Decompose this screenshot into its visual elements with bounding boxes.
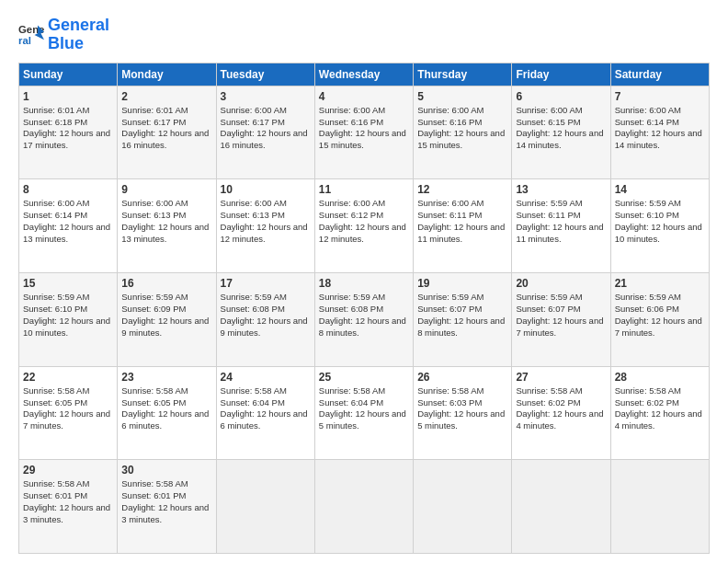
sunset-label: Sunset: 6:02 PM <box>615 397 679 408</box>
daylight-label: Daylight: 12 hours and 14 minutes. <box>615 128 702 150</box>
day-number: 4 <box>319 89 409 104</box>
calendar-cell <box>314 460 413 554</box>
daylight-label: Daylight: 12 hours and 8 minutes. <box>319 316 406 338</box>
calendar-cell: 15Sunrise: 5:59 AMSunset: 6:10 PMDayligh… <box>19 272 118 366</box>
sunrise-label: Sunrise: 5:59 AM <box>23 292 89 302</box>
calendar: SundayMondayTuesdayWednesdayThursdayFrid… <box>18 63 710 554</box>
day-header-wednesday: Wednesday <box>314 63 413 86</box>
daylight-label: Daylight: 12 hours and 13 minutes. <box>23 222 110 244</box>
sunset-label: Sunset: 6:01 PM <box>23 490 87 500</box>
sunrise-label: Sunrise: 5:59 AM <box>516 198 582 208</box>
daylight-label: Daylight: 12 hours and 6 minutes. <box>221 408 308 431</box>
sunrise-label: Sunrise: 6:00 AM <box>417 198 483 208</box>
calendar-cell: 28Sunrise: 5:58 AMSunset: 6:02 PMDayligh… <box>610 366 709 460</box>
calendar-cell: 30Sunrise: 5:58 AMSunset: 6:01 PMDayligh… <box>118 460 216 554</box>
sunset-label: Sunset: 6:05 PM <box>23 397 87 408</box>
sunrise-label: Sunrise: 6:00 AM <box>417 105 483 115</box>
sunset-label: Sunset: 6:09 PM <box>121 304 186 314</box>
logo-icon: Gene ral <box>18 22 44 48</box>
svg-text:ral: ral <box>18 34 31 45</box>
calendar-cell: 4Sunrise: 6:00 AMSunset: 6:16 PMDaylight… <box>314 86 413 179</box>
day-number: 11 <box>319 182 409 197</box>
daylight-label: Daylight: 12 hours and 7 minutes. <box>615 316 702 338</box>
daylight-label: Daylight: 12 hours and 3 minutes. <box>23 502 110 524</box>
sunrise-label: Sunrise: 6:00 AM <box>121 198 188 208</box>
sunrise-label: Sunrise: 5:59 AM <box>221 292 287 302</box>
sunrise-label: Sunrise: 5:59 AM <box>615 198 681 208</box>
sunrise-label: Sunrise: 5:59 AM <box>615 292 681 302</box>
calendar-cell <box>414 460 512 554</box>
calendar-cell: 3Sunrise: 6:00 AMSunset: 6:17 PMDaylight… <box>216 86 314 179</box>
sunrise-label: Sunrise: 6:00 AM <box>615 105 681 115</box>
day-number: 21 <box>615 276 705 291</box>
day-number: 5 <box>417 89 507 104</box>
calendar-cell: 11Sunrise: 6:00 AMSunset: 6:12 PMDayligh… <box>314 179 413 273</box>
daylight-label: Daylight: 12 hours and 4 minutes. <box>516 408 603 431</box>
calendar-week-4: 22Sunrise: 5:58 AMSunset: 6:05 PMDayligh… <box>19 366 710 460</box>
sunset-label: Sunset: 6:07 PM <box>516 304 580 314</box>
day-number: 3 <box>221 89 311 104</box>
day-number: 7 <box>615 89 705 104</box>
sunset-label: Sunset: 6:02 PM <box>516 397 580 408</box>
logo: Gene ral General Blue <box>18 17 109 53</box>
day-number: 13 <box>516 182 606 197</box>
day-number: 18 <box>319 276 409 291</box>
calendar-cell: 7Sunrise: 6:00 AMSunset: 6:14 PMDaylight… <box>610 86 709 179</box>
calendar-cell <box>610 460 709 554</box>
calendar-cell: 23Sunrise: 5:58 AMSunset: 6:05 PMDayligh… <box>118 366 216 460</box>
calendar-cell <box>216 460 314 554</box>
calendar-cell: 5Sunrise: 6:00 AMSunset: 6:16 PMDaylight… <box>414 86 512 179</box>
calendar-cell: 17Sunrise: 5:59 AMSunset: 6:08 PMDayligh… <box>216 272 314 366</box>
daylight-label: Daylight: 12 hours and 5 minutes. <box>417 408 505 431</box>
sunrise-label: Sunrise: 5:58 AM <box>516 385 582 396</box>
logo-text: General <box>48 17 109 35</box>
sunrise-label: Sunrise: 6:00 AM <box>221 198 287 208</box>
calendar-cell: 29Sunrise: 5:58 AMSunset: 6:01 PMDayligh… <box>19 460 118 554</box>
sunrise-label: Sunrise: 6:00 AM <box>221 105 287 115</box>
daylight-label: Daylight: 12 hours and 4 minutes. <box>615 408 702 431</box>
day-number: 14 <box>615 182 705 197</box>
sunset-label: Sunset: 6:04 PM <box>319 397 383 408</box>
daylight-label: Daylight: 12 hours and 11 minutes. <box>417 222 505 244</box>
calendar-cell: 18Sunrise: 5:59 AMSunset: 6:08 PMDayligh… <box>314 272 413 366</box>
sunrise-label: Sunrise: 5:59 AM <box>121 292 188 302</box>
daylight-label: Daylight: 12 hours and 16 minutes. <box>221 128 308 150</box>
calendar-cell: 22Sunrise: 5:58 AMSunset: 6:05 PMDayligh… <box>19 366 118 460</box>
calendar-cell: 9Sunrise: 6:00 AMSunset: 6:13 PMDaylight… <box>118 179 216 273</box>
day-header-monday: Monday <box>118 63 216 86</box>
calendar-cell: 6Sunrise: 6:00 AMSunset: 6:15 PMDaylight… <box>512 86 610 179</box>
day-number: 8 <box>23 182 113 197</box>
sunrise-label: Sunrise: 6:00 AM <box>23 198 89 208</box>
daylight-label: Daylight: 12 hours and 11 minutes. <box>516 222 603 244</box>
day-number: 27 <box>516 370 606 385</box>
daylight-label: Daylight: 12 hours and 6 minutes. <box>121 408 209 431</box>
daylight-label: Daylight: 12 hours and 12 minutes. <box>319 222 406 244</box>
sunset-label: Sunset: 6:07 PM <box>417 304 482 314</box>
day-header-saturday: Saturday <box>610 63 709 86</box>
day-number: 17 <box>221 276 311 291</box>
day-number: 15 <box>23 276 113 291</box>
sunrise-label: Sunrise: 5:58 AM <box>23 478 89 488</box>
calendar-cell: 14Sunrise: 5:59 AMSunset: 6:10 PMDayligh… <box>610 179 709 273</box>
sunset-label: Sunset: 6:15 PM <box>516 117 580 127</box>
day-number: 2 <box>121 89 211 104</box>
day-number: 16 <box>121 276 211 291</box>
sunrise-label: Sunrise: 5:58 AM <box>417 385 483 396</box>
daylight-label: Daylight: 12 hours and 17 minutes. <box>23 128 110 150</box>
calendar-cell: 21Sunrise: 5:59 AMSunset: 6:06 PMDayligh… <box>610 272 709 366</box>
sunrise-label: Sunrise: 5:59 AM <box>516 292 582 302</box>
calendar-cell: 19Sunrise: 5:59 AMSunset: 6:07 PMDayligh… <box>414 272 512 366</box>
day-number: 20 <box>516 276 606 291</box>
sunrise-label: Sunrise: 6:01 AM <box>121 105 188 115</box>
sunset-label: Sunset: 6:04 PM <box>221 397 285 408</box>
sunset-label: Sunset: 6:12 PM <box>319 210 383 220</box>
sunrise-label: Sunrise: 5:58 AM <box>221 385 287 396</box>
calendar-week-1: 1Sunrise: 6:01 AMSunset: 6:18 PMDaylight… <box>19 86 710 179</box>
day-number: 19 <box>417 276 507 291</box>
daylight-label: Daylight: 12 hours and 9 minutes. <box>221 316 308 338</box>
day-number: 26 <box>417 370 507 385</box>
calendar-cell: 12Sunrise: 6:00 AMSunset: 6:11 PMDayligh… <box>414 179 512 273</box>
sunset-label: Sunset: 6:14 PM <box>23 210 87 220</box>
calendar-cell: 26Sunrise: 5:58 AMSunset: 6:03 PMDayligh… <box>414 366 512 460</box>
sunrise-label: Sunrise: 5:58 AM <box>121 385 188 396</box>
